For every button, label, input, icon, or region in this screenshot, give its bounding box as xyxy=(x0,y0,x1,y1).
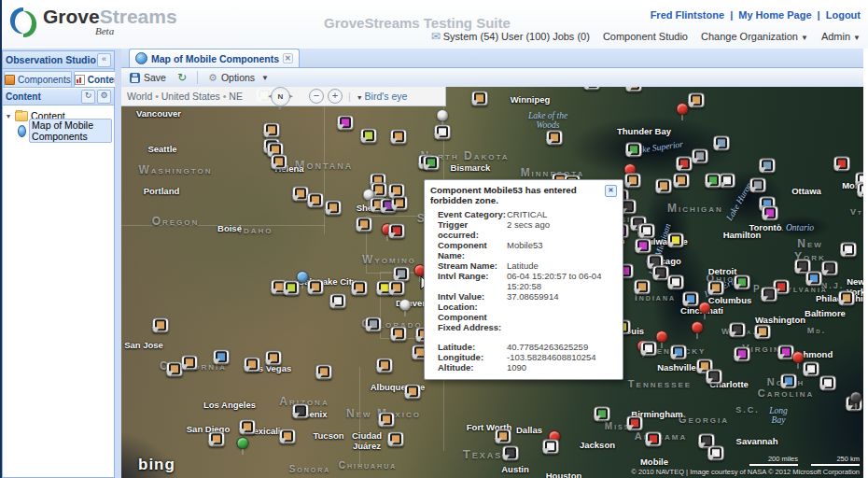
map-pin[interactable] xyxy=(244,357,260,388)
map-pin[interactable] xyxy=(152,317,169,349)
map-pin[interactable] xyxy=(546,130,563,162)
sidebar-splitter[interactable] xyxy=(115,50,121,478)
map-pin[interactable] xyxy=(542,439,559,471)
map-pin[interactable] xyxy=(754,324,771,356)
sidebar-header: Observation Studio « xyxy=(3,51,114,69)
map-pin[interactable] xyxy=(307,192,324,224)
map-pin[interactable] xyxy=(283,280,300,312)
map-pin[interactable] xyxy=(677,103,689,120)
admin-menu[interactable]: Admin▼ xyxy=(821,31,861,42)
user-name-link[interactable]: Fred Flintstone xyxy=(651,9,724,21)
map-pin[interactable] xyxy=(838,290,855,322)
pan-right-icon[interactable]: ► xyxy=(288,93,294,99)
main-area: Observation Studio « Components Content … xyxy=(2,49,868,478)
map-pin[interactable] xyxy=(805,271,822,302)
map-pin[interactable] xyxy=(271,154,287,186)
close-icon[interactable]: ✕ xyxy=(605,185,617,197)
map-pin[interactable] xyxy=(387,431,404,463)
map-pin[interactable] xyxy=(688,92,705,124)
pan-up-icon[interactable]: ▲ xyxy=(277,87,283,88)
component-studio-link[interactable]: Component Studio xyxy=(603,31,688,42)
map-pin[interactable] xyxy=(399,299,412,316)
close-tab-icon[interactable]: ✕ xyxy=(283,53,293,63)
map-pin[interactable] xyxy=(673,173,690,204)
map-pin[interactable] xyxy=(376,358,393,389)
breadcrumb[interactable]: World • United States • NE xyxy=(127,91,243,102)
map-pin[interactable] xyxy=(237,437,249,455)
map-pin[interactable] xyxy=(434,124,451,156)
map-pin[interactable] xyxy=(780,373,797,405)
map-pin[interactable] xyxy=(315,364,332,396)
tab-components[interactable]: Components xyxy=(4,71,72,87)
map-pin[interactable] xyxy=(279,429,296,460)
popup-row: Latitude:40.77854263625259 xyxy=(438,342,617,352)
map-pin[interactable] xyxy=(803,361,819,393)
collapse-panel-button[interactable]: « xyxy=(97,53,111,67)
map-canvas[interactable]: Lake of the WoodsLake SuperiorLake Michi… xyxy=(121,87,865,478)
bing-logo[interactable]: bing xyxy=(138,456,175,474)
pan-down-icon[interactable]: ▼ xyxy=(277,105,283,111)
map-pin[interactable] xyxy=(667,232,684,264)
map-pin[interactable] xyxy=(761,287,777,318)
zoom-out-button[interactable]: − xyxy=(309,89,324,104)
map-pin[interactable] xyxy=(734,274,750,306)
map-pin[interactable] xyxy=(819,375,836,407)
map-pin[interactable] xyxy=(640,341,657,373)
map-pin[interactable] xyxy=(502,445,519,477)
gear-icon[interactable]: ⚙ xyxy=(97,90,111,104)
map-pin[interactable] xyxy=(265,350,282,382)
zoom-in-button[interactable]: + xyxy=(328,89,343,104)
map-pin[interactable] xyxy=(388,223,405,255)
view-mode-dropdown[interactable]: ▼Bird's eye xyxy=(357,91,408,102)
map-pin[interactable] xyxy=(351,280,368,312)
map-pin[interactable] xyxy=(471,91,488,122)
map-pin[interactable] xyxy=(670,344,687,376)
tab-map-of-mobile-components[interactable]: Map of Mobile Components ✕ xyxy=(129,49,300,67)
map-pin[interactable] xyxy=(634,279,651,311)
map-pin[interactable] xyxy=(850,391,862,409)
map-pin[interactable] xyxy=(692,321,704,339)
refresh-icon[interactable]: ↻ xyxy=(81,90,95,104)
map-pin[interactable] xyxy=(329,293,346,325)
map-pin[interactable] xyxy=(682,291,699,323)
map-pin[interactable] xyxy=(762,205,778,237)
map-pin[interactable] xyxy=(833,156,850,188)
change-organization-menu[interactable]: Change Organization▼ xyxy=(701,31,808,42)
map-pin[interactable] xyxy=(390,129,407,161)
map-pin[interactable] xyxy=(390,326,407,358)
refresh-button[interactable]: ↻ xyxy=(175,71,189,84)
map-pin[interactable] xyxy=(360,128,377,160)
map-pin[interactable] xyxy=(705,173,721,204)
map-pin[interactable] xyxy=(208,431,225,463)
map-pin[interactable] xyxy=(840,242,857,274)
map-pin[interactable] xyxy=(181,355,198,387)
map-pin[interactable] xyxy=(356,217,372,248)
map-pin[interactable] xyxy=(583,87,600,106)
save-button[interactable]: Save xyxy=(127,71,169,84)
map-pin[interactable] xyxy=(656,330,668,348)
map-pin[interactable] xyxy=(706,369,722,401)
map-pin[interactable] xyxy=(365,316,382,348)
options-button[interactable]: ⚙Options▼ xyxy=(205,71,272,85)
logout-link[interactable]: Logout xyxy=(826,9,861,21)
map-pin[interactable] xyxy=(307,279,324,311)
map-pin[interactable] xyxy=(655,178,672,210)
map-pin[interactable] xyxy=(626,415,643,447)
home-page-link[interactable]: My Home Page xyxy=(738,9,811,21)
map-pin[interactable] xyxy=(625,87,642,108)
map-pin[interactable] xyxy=(388,183,405,215)
map-pin[interactable] xyxy=(213,349,230,381)
map-pin[interactable] xyxy=(325,200,342,232)
map-pin[interactable] xyxy=(707,280,724,312)
map-pin[interactable] xyxy=(713,135,730,167)
compass-control[interactable]: ▲ ▼ ◄ ► N xyxy=(271,87,290,106)
pan-left-icon[interactable]: ◄ xyxy=(267,93,273,99)
map-pin[interactable] xyxy=(594,406,610,438)
map-pin[interactable] xyxy=(404,384,421,415)
map-pin[interactable] xyxy=(337,115,354,147)
map-pin[interactable] xyxy=(734,346,750,378)
map-pin[interactable] xyxy=(821,260,838,292)
tree-expander-icon[interactable]: ▾ xyxy=(5,112,12,120)
system-status[interactable]: ✉System (54) User (100) Jobs (0) xyxy=(431,30,590,43)
tree-node-map[interactable]: Map of Mobile Components xyxy=(5,123,112,138)
